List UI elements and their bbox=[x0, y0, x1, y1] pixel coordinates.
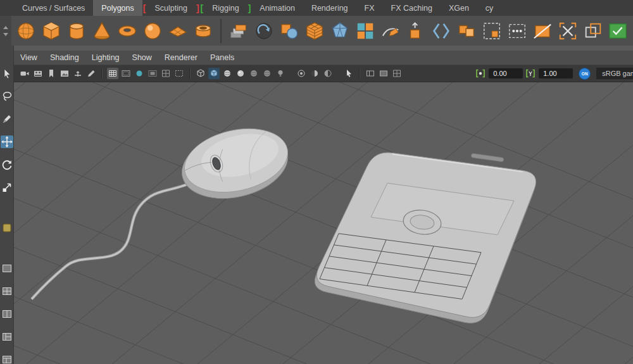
poly-pipe-icon[interactable] bbox=[192, 20, 214, 42]
pane-maximize-icon[interactable] bbox=[378, 68, 389, 79]
viewport-toolbar: 0.00 1.00 ON sRGB gam bbox=[14, 65, 633, 82]
smooth-mesh-icon[interactable] bbox=[253, 20, 275, 42]
poly-plane-icon[interactable] bbox=[167, 20, 189, 42]
film-gate-icon[interactable] bbox=[120, 68, 132, 79]
layout-four-pane-icon[interactable] bbox=[1, 285, 13, 298]
poly-sphere-icon[interactable] bbox=[15, 20, 37, 42]
paint-select-tool-icon[interactable] bbox=[1, 113, 13, 125]
selection-cursor-icon[interactable] bbox=[343, 68, 354, 79]
shelf-tab-cy[interactable]: cy bbox=[477, 0, 502, 16]
extrude-icon[interactable] bbox=[405, 20, 427, 42]
shelf-bracket-indicator: [ bbox=[142, 0, 147, 16]
shelf-tab-fx[interactable]: FX bbox=[356, 0, 383, 16]
shelf-tab-sculpting[interactable]: Sculpting bbox=[146, 0, 195, 16]
exposure-field[interactable]: 0.00 bbox=[489, 68, 523, 78]
rotate-tool-icon[interactable] bbox=[1, 158, 13, 171]
viewport-panel: ViewShadingLightingShowRendererPanels 0.… bbox=[14, 46, 633, 364]
target-weld-icon[interactable] bbox=[557, 20, 579, 42]
toolbox bbox=[0, 46, 14, 364]
gate-mask-icon[interactable] bbox=[147, 68, 158, 79]
image-plane-icon[interactable] bbox=[59, 68, 70, 79]
menu-renderer[interactable]: Renderer bbox=[158, 53, 204, 62]
poly-cone-icon[interactable] bbox=[91, 20, 113, 42]
colorspace-field[interactable]: sRGB gam bbox=[596, 68, 633, 79]
poly-torus-icon[interactable] bbox=[116, 20, 138, 42]
shelf-tab-rigging[interactable]: Rigging bbox=[204, 0, 247, 16]
toolbar-separator bbox=[101, 68, 103, 78]
shelf-bracket-indicator: [ bbox=[200, 0, 204, 16]
shelf-tab-polygons[interactable]: Polygons bbox=[93, 0, 142, 16]
shelf-gutter bbox=[0, 16, 11, 46]
poly-sphere-alt-icon[interactable] bbox=[142, 20, 163, 42]
poly-cylinder-icon[interactable] bbox=[66, 20, 87, 42]
stacked-squares-icon[interactable] bbox=[228, 20, 249, 42]
safe-action-icon[interactable] bbox=[173, 68, 185, 79]
motion-blur-icon[interactable] bbox=[275, 68, 286, 79]
resolution-gate-icon[interactable] bbox=[134, 68, 145, 79]
subdivide-cube-icon[interactable] bbox=[304, 20, 325, 42]
shelf-tab-curves-surfaces[interactable]: Curves / Surfaces bbox=[14, 0, 93, 16]
menu-lighting[interactable]: Lighting bbox=[85, 53, 126, 62]
xray-joints-icon[interactable] bbox=[322, 68, 334, 79]
layout-single-pane-icon[interactable] bbox=[1, 262, 13, 275]
multi-cut-icon[interactable] bbox=[532, 20, 553, 42]
camera-axis-icon[interactable] bbox=[72, 68, 84, 79]
shelf-menu-arrow[interactable] bbox=[3, 33, 8, 36]
checker-grid-icon[interactable] bbox=[354, 20, 376, 42]
shelf-tab-rendering[interactable]: Rendering bbox=[303, 0, 356, 16]
duplicate-squares-icon[interactable] bbox=[582, 20, 604, 42]
textured-mode-icon[interactable] bbox=[222, 68, 233, 79]
menu-shading[interactable]: Shading bbox=[44, 53, 85, 62]
boolean-icon[interactable] bbox=[279, 20, 300, 42]
field-chart-icon[interactable] bbox=[160, 68, 172, 79]
mirror-chevrons-icon[interactable] bbox=[430, 20, 452, 42]
platonic-solid-icon[interactable] bbox=[329, 20, 351, 42]
camera-attributes-icon[interactable] bbox=[32, 68, 44, 79]
layout-two-pane-icon[interactable] bbox=[1, 308, 13, 320]
combine-cubes-icon[interactable] bbox=[456, 20, 477, 42]
use-all-lights-icon[interactable] bbox=[235, 68, 246, 79]
shelf-icon-row bbox=[11, 16, 633, 46]
shelf-tab-animation[interactable]: Animation bbox=[251, 0, 303, 16]
gamma-icon[interactable] bbox=[525, 68, 536, 79]
bookmark-icon[interactable] bbox=[46, 68, 57, 79]
toolbar-separator bbox=[189, 68, 191, 78]
pencil-icon[interactable] bbox=[85, 68, 97, 79]
last-tool-icon[interactable] bbox=[1, 222, 13, 234]
occlusion-icon[interactable] bbox=[261, 68, 273, 79]
xray-icon[interactable] bbox=[309, 68, 320, 79]
pane-layout-icon[interactable] bbox=[365, 68, 376, 79]
wireframe-mode-icon[interactable] bbox=[195, 68, 206, 79]
shadows-icon[interactable] bbox=[248, 68, 260, 79]
quad-draw-icon[interactable] bbox=[481, 20, 503, 42]
exposure-icon[interactable] bbox=[475, 68, 486, 79]
view-transform-toggle[interactable]: ON bbox=[579, 68, 591, 80]
shelf-scroll-up-arrow[interactable] bbox=[3, 26, 8, 29]
menu-show[interactable]: Show bbox=[126, 53, 158, 62]
viewport-menubar: ViewShadingLightingShowRendererPanels bbox=[14, 51, 633, 65]
shelf-bracket-indicator: ] bbox=[248, 0, 252, 16]
marquee-dots-icon[interactable] bbox=[506, 20, 528, 42]
shaded-mode-icon[interactable] bbox=[208, 68, 220, 79]
viewport-canvas[interactable] bbox=[14, 82, 633, 364]
pane-tear-off-icon[interactable] bbox=[391, 68, 403, 79]
menu-view[interactable]: View bbox=[14, 53, 44, 62]
shelf-tab-fx-caching[interactable]: FX Caching bbox=[383, 0, 441, 16]
isolate-select-icon[interactable] bbox=[296, 68, 307, 79]
scale-tool-icon[interactable] bbox=[1, 181, 13, 194]
lasso-tool-icon[interactable] bbox=[1, 90, 13, 103]
shelf-separator bbox=[220, 19, 222, 43]
move-tool-icon[interactable] bbox=[1, 135, 13, 148]
poly-cube-icon[interactable] bbox=[41, 20, 62, 42]
layout-split-pane-icon[interactable] bbox=[1, 353, 13, 364]
select-tool-icon[interactable] bbox=[1, 67, 13, 80]
layout-outliner-pane-icon[interactable] bbox=[1, 330, 13, 343]
gamma-field[interactable]: 1.00 bbox=[539, 68, 573, 78]
menu-panels[interactable]: Panels bbox=[204, 53, 241, 62]
grid-toggle-icon[interactable] bbox=[107, 68, 118, 79]
create-polygon-pencil-icon[interactable] bbox=[380, 20, 401, 42]
toolbar-separator bbox=[359, 68, 360, 78]
green-check-icon[interactable] bbox=[608, 20, 629, 42]
select-camera-icon[interactable] bbox=[19, 68, 30, 79]
shelf-tab-xgen[interactable]: XGen bbox=[441, 0, 477, 16]
